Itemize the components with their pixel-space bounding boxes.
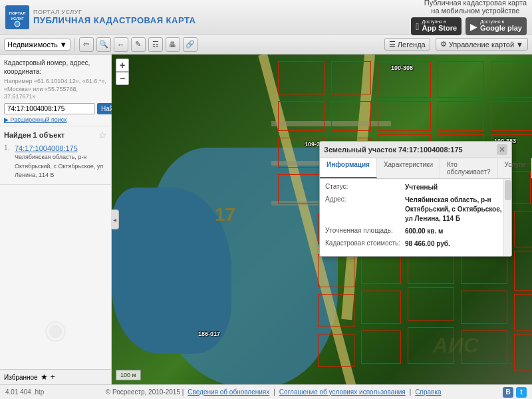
toolbar-btn-draw[interactable]: ✎: [131, 37, 146, 52]
popup-address-value: Челябинская область, р-н Октябрьский, с …: [405, 196, 506, 223]
popup-title: Земельный участок 74:17:1004008:175: [324, 146, 463, 154]
googleplay-button[interactable]: ▶ Доступно в Google play: [466, 17, 527, 35]
results-star-icon[interactable]: ☆: [98, 130, 107, 140]
result-address: Челябинская область, р-н Октябрьский, с …: [15, 154, 103, 178]
footer-link-2[interactable]: Соглашение об условиях использования: [279, 388, 406, 396]
googleplay-label: Доступно в Google play: [480, 19, 522, 33]
toolbar-btn-cursor[interactable]: ⇦: [79, 37, 94, 52]
parcel-1: [278, 61, 325, 94]
chevron-down-icon-2: ▼: [516, 41, 523, 49]
popup-content: Статус: Учтенный Адрес: Челябинская обла…: [320, 179, 511, 256]
parcel-32: [514, 251, 532, 291]
parcel-3: [378, 61, 431, 98]
appstore-button[interactable]:  Доступно в App Store: [411, 17, 462, 35]
zoom-out-button[interactable]: −: [116, 72, 129, 85]
toolbar-btn-print[interactable]: 🖶: [166, 37, 180, 52]
zoom-in-button[interactable]: +: [116, 59, 129, 72]
favorites-add-icon[interactable]: +: [51, 372, 55, 382]
twitter-social-button[interactable]: t: [516, 387, 527, 398]
svg-point-3: [15, 21, 20, 27]
parcel-7: [331, 101, 371, 131]
svg-text:ПОРТАЛ: ПОРТАЛ: [9, 11, 26, 15]
sidebar-watermark: ◉: [44, 314, 67, 344]
map-control-icon: ⚙: [440, 40, 447, 49]
result-item: 1. 74:17:1004008:175 Челябинская область…: [4, 143, 107, 181]
popup-scrollbar[interactable]: [503, 179, 511, 256]
parcel-2: [331, 61, 371, 94]
popup-tabs: Информация Характеристики Кто обслуживае…: [320, 158, 511, 179]
parcel-5: [491, 61, 532, 98]
parcel-34: [361, 291, 401, 324]
vk-social-button[interactable]: В: [503, 387, 513, 398]
header-title-main: ПУБЛИЧНАЯ КАДАСТРОВАЯ КАРТА: [33, 15, 196, 25]
parcel-38: [318, 334, 354, 367]
map-control-label: Управление картой: [449, 41, 514, 49]
popup-tab-info[interactable]: Информация: [320, 158, 377, 178]
advanced-search-link[interactable]: ▶ Расширенный поиск: [4, 116, 107, 123]
footer-separator-2: |: [410, 388, 412, 396]
result-link[interactable]: 74:17:1004008:175: [15, 144, 107, 152]
footer-link-1[interactable]: Сведения об обновлениях: [188, 388, 269, 396]
popup-tab-services[interactable]: Услуги: [498, 158, 532, 178]
toolbar-btn-search[interactable]: 🔍: [96, 37, 111, 52]
results-panel: Найден 1 объект ☆ 1. 74:17:1004008:175 Ч…: [0, 126, 111, 185]
parcel-9: [438, 101, 484, 131]
search-input[interactable]: [4, 103, 95, 114]
popup-row-status: Статус: Учтенный: [325, 183, 506, 192]
scale-text: 100 м: [120, 372, 136, 378]
popup-cost-value: 98 466.00 руб.: [405, 239, 506, 249]
separator-1: [74, 38, 75, 51]
popup-close-button[interactable]: ✕: [497, 144, 507, 155]
favorites-star-icon[interactable]: ★: [41, 372, 48, 382]
footer-right: В t: [503, 387, 527, 398]
legend-button[interactable]: ☰ Легенда: [384, 38, 430, 51]
parcel-10: [491, 101, 532, 131]
footer-copyright: © Росреестр, 2010-2015 |: [106, 388, 184, 396]
search-row: Найти: [4, 103, 107, 114]
popup-row-address: Адрес: Челябинская область, р-н Октябрьс…: [325, 196, 506, 223]
popup-status-value: Учтенный: [405, 183, 506, 192]
result-number: 1.: [4, 144, 12, 152]
popup-area-value: 600.00 кв. м: [405, 227, 506, 236]
favorites-bar: Избранное ★ +: [0, 369, 111, 384]
apple-icon: : [416, 21, 419, 32]
toolbar-btn-share[interactable]: 🔗: [183, 37, 198, 52]
popup-tab-characteristics[interactable]: Характеристики: [377, 158, 440, 178]
results-count: Найден 1 объект: [4, 131, 65, 139]
result-details: 74:17:1004008:175 Челябинская область, р…: [15, 144, 107, 180]
toolbar-btn-measure[interactable]: ↔: [114, 37, 128, 52]
header-left: ПОРТАЛ УСЛУГ ПОРТАЛ УСЛУГ ПУБЛИЧНАЯ КАДА…: [5, 5, 196, 29]
parcel-17: [278, 174, 321, 204]
footer-link-3[interactable]: Справка: [415, 388, 441, 396]
search-example: Например «61.6.10104.12», «61.6.*», «Мос…: [4, 78, 107, 101]
header-right: Публичная кадастровая картана мобильном …: [411, 0, 527, 35]
popup-title-bar: Земельный участок 74:17:1004008:175 ✕: [320, 142, 511, 158]
map-control-button[interactable]: ⚙ Управление картой ▼: [436, 38, 528, 51]
search-label: Кадастровый номер, адрес, координата:: [4, 59, 107, 76]
parcel-6: [278, 101, 325, 131]
logo-icon: ПОРТАЛ УСЛУГ: [5, 5, 29, 29]
footer-coords: 4.01 404 .htp: [5, 388, 44, 396]
sidebar-collapse-arrow[interactable]: ◂: [111, 209, 119, 229]
popup-tab-service[interactable]: Кто обслуживает?: [440, 158, 498, 178]
sidebar: Кадастровый номер, адрес, координата: На…: [0, 55, 112, 384]
map-type-select[interactable]: Недвижимость ▼: [4, 39, 70, 51]
parcel-42: [514, 334, 532, 370]
parcel-4: [438, 61, 484, 98]
scale-bar: 100 м: [116, 370, 141, 380]
parcel-41: [461, 331, 507, 364]
parcel-37: [514, 294, 532, 331]
header-title-block: ПОРТАЛ УСЛУГ ПУБЛИЧНАЯ КАДАСТРОВАЯ КАРТА: [33, 9, 196, 25]
popup-address-label: Адрес:: [325, 196, 405, 203]
parcel-8: [378, 101, 431, 131]
map-area[interactable]: 100-308 109-399 100-383 186-017 186-683 …: [112, 55, 532, 384]
parcel-27: [514, 211, 532, 247]
chevron-down-icon: ▼: [60, 41, 67, 49]
parcel-35: [408, 287, 454, 321]
map-zoom-controls: + −: [116, 59, 129, 85]
map-background: 100-308 109-399 100-383 186-017 186-683 …: [112, 55, 532, 384]
footer-center: © Росреестр, 2010-2015 | Сведения об обн…: [106, 388, 442, 396]
toolbar-btn-layers[interactable]: ☶: [148, 37, 163, 52]
parcel-36: [461, 291, 507, 324]
legend-icon: ☰: [389, 40, 396, 49]
